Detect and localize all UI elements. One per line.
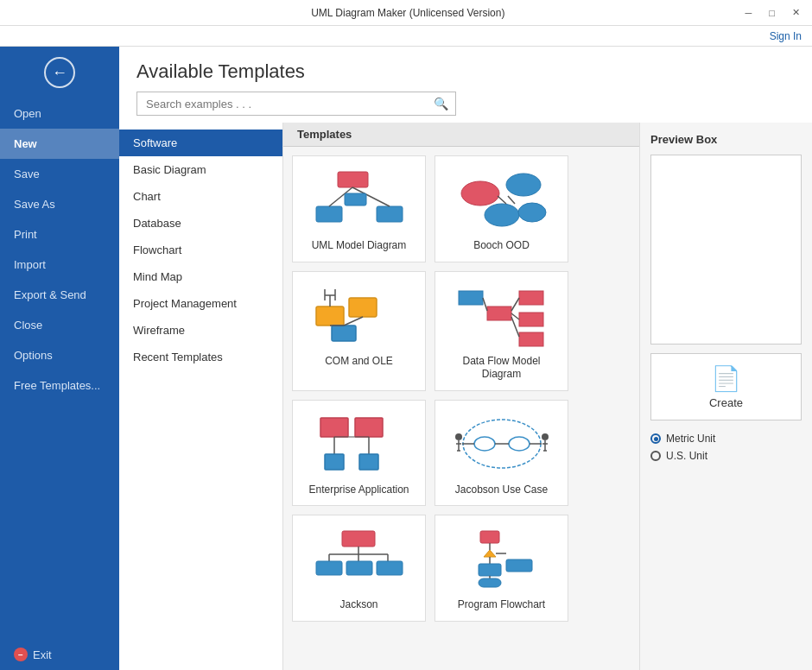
svg-rect-31	[355, 418, 383, 437]
svg-rect-0	[338, 172, 368, 187]
category-item-basic[interactable]: Basic Diagram	[119, 156, 282, 183]
unit-us-label: U.S. Unit	[666, 450, 707, 462]
sidebar-item-export[interactable]: Export & Send	[0, 280, 119, 310]
preview-box	[650, 155, 802, 344]
templates-header: Templates	[283, 123, 639, 147]
exit-icon: −	[14, 648, 28, 661]
svg-rect-33	[325, 454, 344, 470]
search-bar: 🔍	[136, 92, 456, 116]
minimize-button[interactable]: ─	[740, 6, 758, 20]
template-enterprise-app[interactable]: Enterprise Application	[292, 400, 426, 507]
svg-line-10	[498, 196, 506, 204]
preview-panel: Preview Box 📄 Create Metric Unit U.S. Un…	[639, 123, 812, 670]
sidebar-item-new[interactable]: New	[0, 129, 119, 159]
sidebar-item-save[interactable]: Save	[0, 159, 119, 189]
svg-point-9	[518, 203, 546, 222]
templates-grid: UML Model Diagram	[283, 147, 639, 670]
template-program-flowchart[interactable]: Program Flowchart	[435, 515, 568, 622]
svg-rect-51	[342, 531, 375, 547]
svg-rect-21	[459, 291, 483, 305]
category-item-project[interactable]: Project Management	[119, 290, 282, 317]
category-list: Software Basic Diagram Chart Database Fl…	[119, 123, 283, 670]
maximize-button[interactable]: □	[764, 6, 780, 20]
sidebar-item-exit[interactable]: − Exit	[0, 639, 119, 670]
template-name-data-flow: Data Flow Model Diagram	[444, 355, 559, 382]
template-thumb-jackson	[308, 524, 411, 593]
template-thumb-uml-model	[308, 165, 411, 234]
svg-rect-25	[487, 307, 511, 320]
sidebar-item-import[interactable]: Import	[0, 250, 119, 280]
sidebar-item-print[interactable]: Print	[0, 219, 119, 250]
sign-in-link[interactable]: Sign In	[770, 30, 802, 42]
svg-line-11	[508, 196, 515, 204]
template-thumb-enterprise-app	[308, 409, 411, 478]
svg-rect-12	[316, 307, 344, 326]
template-name-program-flowchart: Program Flowchart	[458, 598, 545, 612]
svg-rect-5	[345, 193, 366, 205]
svg-point-45	[542, 433, 549, 440]
svg-rect-1	[316, 206, 342, 222]
category-item-recent[interactable]: Recent Templates	[119, 344, 282, 370]
svg-point-8	[485, 204, 519, 226]
svg-rect-59	[377, 561, 403, 575]
template-data-flow[interactable]: Data Flow Model Diagram	[435, 271, 568, 391]
category-item-database[interactable]: Database	[119, 210, 282, 237]
unit-us[interactable]: U.S. Unit	[650, 450, 802, 462]
svg-rect-17	[349, 298, 377, 317]
template-booch-ood[interactable]: Booch OOD	[435, 155, 568, 262]
template-thumb-booch-ood	[450, 165, 554, 234]
template-thumb-data-flow	[450, 281, 554, 350]
template-com-ole[interactable]: COM and OLE	[292, 271, 426, 391]
template-jackson[interactable]: Jackson	[292, 515, 426, 622]
category-item-flowchart[interactable]: Flowchart	[119, 237, 282, 263]
svg-rect-24	[519, 332, 543, 346]
category-item-wireframe[interactable]: Wireframe	[119, 317, 282, 344]
sidebar-item-saveas[interactable]: Save As	[0, 189, 119, 219]
svg-rect-2	[377, 206, 403, 222]
svg-rect-64	[506, 559, 532, 572]
template-thumb-program-flowchart	[450, 524, 554, 593]
sidebar-item-close[interactable]: Close	[0, 310, 119, 340]
svg-rect-22	[519, 291, 543, 305]
preview-title: Preview Box	[650, 133, 802, 146]
sidebar-item-open[interactable]: Open	[0, 98, 119, 129]
svg-rect-18	[332, 326, 356, 341]
search-button[interactable]: 🔍	[427, 92, 455, 115]
template-thumb-jacobson	[450, 409, 554, 478]
template-name-booch-ood: Booch OOD	[473, 239, 530, 253]
template-uml-model[interactable]: UML Model Diagram	[292, 155, 426, 262]
radio-metric[interactable]	[650, 433, 661, 444]
template-jacobson[interactable]: Jacobson Use Case	[435, 400, 568, 507]
svg-point-6	[461, 181, 499, 205]
svg-marker-62	[484, 550, 496, 557]
category-item-software[interactable]: Software	[119, 130, 282, 156]
sidebar-item-options[interactable]: Options	[0, 340, 119, 370]
template-name-enterprise-app: Enterprise Application	[308, 484, 409, 497]
sidebar-back-area: ←	[0, 47, 119, 98]
radio-us[interactable]	[650, 451, 661, 461]
title-bar-text: UML Diagram Maker (Unlicensed Version)	[76, 7, 740, 19]
title-bar-controls: ─ □ ✕	[740, 5, 805, 20]
svg-point-7	[506, 174, 541, 196]
svg-line-27	[511, 298, 519, 311]
create-button[interactable]: 📄 Create	[650, 353, 802, 420]
page-title: Available Templates	[136, 60, 795, 83]
exit-label: Exit	[33, 648, 52, 661]
sidebar-item-freetemplates[interactable]: Free Templates...	[0, 370, 119, 401]
template-name-jacobson: Jacobson Use Case	[455, 484, 548, 497]
svg-line-19	[344, 317, 363, 326]
main-container: ← Open New Save Save As Print Import Exp…	[0, 47, 812, 670]
close-window-button[interactable]: ✕	[787, 5, 805, 20]
back-button[interactable]: ←	[44, 57, 75, 88]
templates-area: Templates	[283, 123, 639, 670]
svg-rect-36	[359, 454, 378, 470]
svg-rect-58	[346, 561, 372, 575]
category-item-chart[interactable]: Chart	[119, 183, 282, 210]
category-item-mindmap[interactable]: Mind Map	[119, 263, 282, 290]
search-input[interactable]	[137, 93, 427, 115]
svg-point-40	[455, 433, 462, 440]
title-bar: UML Diagram Maker (Unlicensed Version) ─…	[0, 0, 812, 26]
svg-rect-69	[479, 578, 501, 587]
unit-metric[interactable]: Metric Unit	[650, 433, 802, 445]
create-icon: 📄	[711, 364, 741, 393]
